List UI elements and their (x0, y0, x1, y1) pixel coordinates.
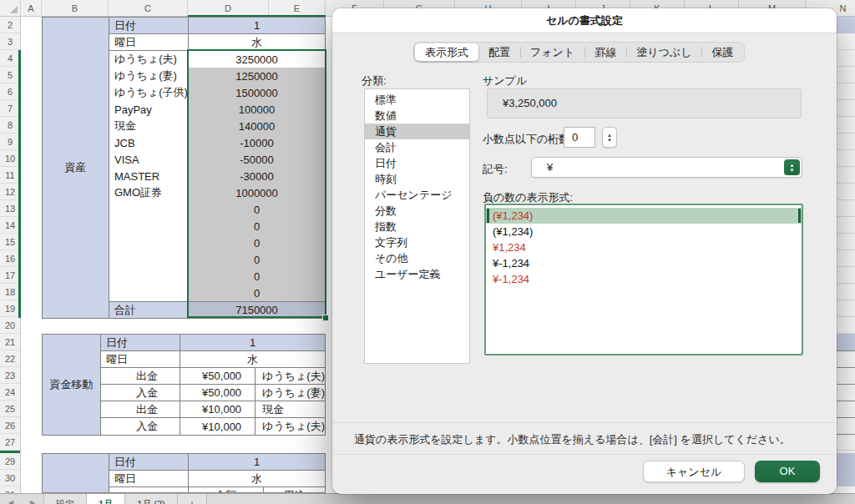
row-header[interactable]: 9 (0, 134, 20, 150)
symbol-dropdown[interactable]: ¥ ▲▼ (531, 157, 802, 178)
negative-format-option[interactable]: ¥-1,234 (486, 255, 802, 271)
row-header[interactable]: 27 (0, 434, 20, 451)
transfer-account-cell[interactable]: 現金 (255, 401, 325, 417)
column-header[interactable]: D (188, 0, 269, 16)
row-header[interactable]: 5 (0, 67, 20, 83)
category-item[interactable]: 文字列 (365, 234, 469, 250)
row-header[interactable]: 29 (0, 453, 20, 470)
next-sheet-button[interactable]: ▶ (22, 494, 43, 504)
category-item[interactable]: 指数 (365, 219, 469, 234)
row-label-cell[interactable]: ゆうちょ(子供) (109, 84, 189, 101)
row-label-cell[interactable]: GMO証券 (109, 184, 189, 201)
row-header[interactable]: 2 (0, 17, 20, 33)
category-item[interactable]: ユーザー定義 (365, 266, 469, 282)
transfer-type-cell[interactable]: 出金 (101, 368, 180, 384)
row-header[interactable]: 7 (0, 100, 20, 117)
transfer-account-cell[interactable]: ゆうちょ(夫) (255, 418, 325, 435)
row-header[interactable]: 8 (0, 117, 20, 134)
category-item[interactable]: 分数 (365, 203, 469, 219)
row-label-cell[interactable]: JCB (109, 134, 189, 151)
row-value-cell[interactable]: 1 (189, 18, 325, 33)
fill-handle[interactable] (322, 315, 329, 321)
cancel-button[interactable]: キャンセル (643, 461, 745, 482)
dialog-tab[interactable]: 表示形式 (415, 43, 478, 61)
transfer-amount-cell[interactable]: ¥10,000 (180, 401, 255, 417)
row-label-cell[interactable] (109, 234, 189, 251)
row-header[interactable]: 26 (0, 417, 20, 434)
row-header[interactable]: 30 (0, 470, 20, 486)
row-label-cell[interactable] (109, 201, 189, 218)
transfer-type-cell[interactable]: 入金 (101, 385, 180, 401)
row-header[interactable]: 6 (0, 83, 20, 100)
dialog-tab[interactable]: フォント (520, 43, 584, 61)
transfer-type-cell[interactable]: 入金 (101, 418, 180, 435)
row-header[interactable]: 19 (0, 300, 20, 317)
row-label-cell[interactable]: 日付 (109, 454, 189, 470)
row-header[interactable]: 24 (0, 384, 20, 401)
category-item[interactable]: パーセンテージ (365, 187, 469, 203)
row-header[interactable]: 18 (0, 284, 20, 300)
select-all-corner[interactable] (0, 0, 21, 16)
row-header[interactable]: 13 (0, 200, 20, 217)
row-header[interactable]: 12 (0, 184, 20, 200)
row-header[interactable]: 25 (0, 401, 20, 417)
row-header[interactable]: 17 (0, 267, 20, 284)
row-value-cell[interactable]: 水 (189, 34, 325, 50)
row-header[interactable]: 4 (0, 50, 20, 67)
row-label-cell[interactable]: 曜日 (109, 471, 189, 486)
row-header[interactable]: 20 (0, 317, 20, 334)
table-group-cell[interactable] (43, 454, 109, 492)
category-item[interactable]: 会計 (365, 139, 469, 155)
sheet-tab[interactable]: + (178, 494, 207, 504)
row-header[interactable]: 10 (0, 150, 20, 167)
decimal-places-input[interactable]: 0 (564, 127, 595, 148)
negative-format-option[interactable]: ¥-1,234 (486, 271, 802, 287)
row-label-cell[interactable]: 曜日 (101, 351, 180, 367)
column-header[interactable]: C (109, 0, 188, 16)
row-label-cell[interactable] (109, 487, 189, 493)
row-label-cell[interactable] (109, 268, 189, 285)
prev-sheet-button[interactable]: ◀ (0, 494, 22, 504)
transfer-type-cell[interactable]: 出金 (101, 401, 180, 417)
row-header[interactable]: 16 (0, 250, 20, 267)
row-label-cell[interactable]: PayPay (109, 101, 189, 118)
negative-format-option[interactable]: (¥1,234) (486, 208, 802, 224)
row-header[interactable]: 21 (0, 334, 20, 350)
dialog-tab[interactable]: 塗りつぶし (626, 43, 701, 61)
sheet-tab[interactable]: 1月 (2) (125, 494, 178, 504)
category-item[interactable]: 時刻 (365, 171, 469, 187)
sheet-tab[interactable]: 設定 (43, 494, 87, 504)
row-label-cell[interactable]: MASTER (109, 168, 189, 184)
amount-header-cell[interactable]: 金額 (189, 487, 264, 493)
dialog-tab[interactable]: 保護 (701, 43, 743, 61)
row-label-cell[interactable] (109, 218, 189, 234)
row-header[interactable]: 14 (0, 217, 20, 234)
row-value-cell[interactable]: 水 (180, 351, 325, 367)
row-value-cell[interactable]: 水 (189, 471, 325, 486)
transfer-account-cell[interactable]: ゆうちょ(夫) (255, 368, 325, 384)
category-item[interactable]: 通貨 (365, 123, 469, 139)
row-header[interactable]: 3 (0, 33, 20, 50)
dialog-tab[interactable]: 配置 (478, 43, 520, 61)
transfer-amount-cell[interactable]: ¥50,000 (180, 385, 255, 401)
dialog-tab[interactable]: 罫線 (584, 43, 626, 61)
row-header[interactable]: 22 (0, 350, 20, 367)
transfer-amount-cell[interactable]: ¥10,000 (180, 418, 255, 435)
row-label-cell[interactable] (109, 251, 189, 268)
category-item[interactable]: 標準 (365, 92, 469, 108)
table-group-cell[interactable]: 資産 (43, 18, 109, 318)
transfer-account-cell[interactable]: ゆうちょ(妻) (255, 385, 325, 401)
row-header[interactable]: 31 (0, 486, 20, 493)
row-label-cell[interactable]: 合計 (109, 302, 189, 318)
column-header[interactable]: A (21, 0, 42, 16)
row-value-cell[interactable]: 1 (189, 454, 325, 470)
decimal-stepper[interactable]: ▲ ▼ (602, 127, 617, 148)
row-label-cell[interactable]: 曜日 (109, 34, 189, 50)
row-label-cell[interactable] (109, 285, 189, 301)
category-item[interactable]: その他 (365, 250, 469, 266)
row-label-cell[interactable]: 日付 (101, 335, 180, 350)
category-item[interactable]: 数値 (365, 108, 469, 123)
transfer-amount-cell[interactable]: ¥50,000 (180, 368, 255, 384)
negative-format-option[interactable]: (¥1,234) (486, 224, 802, 239)
row-header[interactable]: 15 (0, 234, 20, 250)
